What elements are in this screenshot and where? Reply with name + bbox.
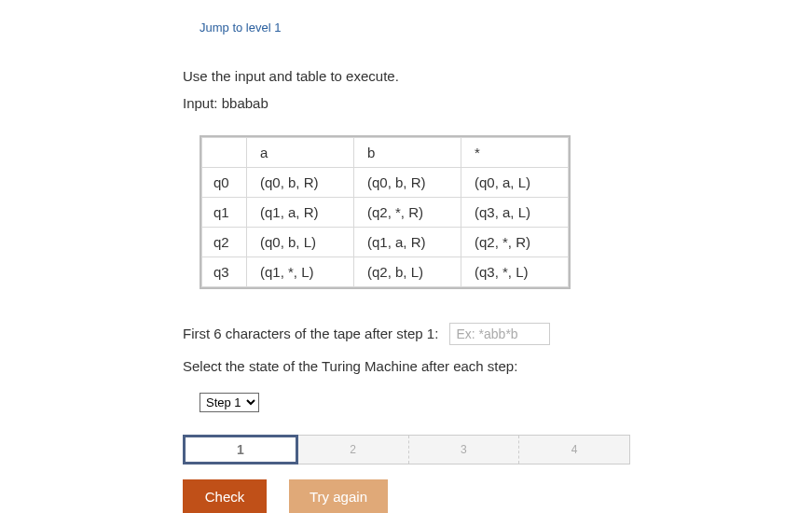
tape-prompt-label: First 6 characters of the tape after ste… — [183, 326, 438, 341]
table-cell: (q3, *, L) — [461, 257, 569, 287]
tape-input[interactable] — [449, 323, 550, 345]
row-label: q1 — [202, 198, 247, 228]
table-header-a: a — [247, 138, 354, 168]
table-cell: (q0, a, L) — [461, 168, 569, 198]
step-cell-2[interactable]: 2 — [298, 436, 409, 464]
table-cell: (q0, b, R) — [247, 168, 354, 198]
input-text: Input: bbabab — [183, 95, 784, 111]
row-label: q0 — [202, 168, 247, 198]
table-row: q1 (q1, a, R) (q2, *, R) (q3, a, L) — [202, 198, 569, 228]
jump-to-level-link[interactable]: Jump to level 1 — [200, 21, 281, 35]
table-cell: (q0, b, L) — [247, 228, 354, 257]
table-cell: (q2, *, R) — [461, 228, 569, 257]
table-cell: (q0, b, R) — [354, 168, 461, 198]
step-select[interactable]: Step 1 — [200, 393, 259, 412]
row-label: q2 — [202, 228, 247, 257]
step-cell-3[interactable]: 3 — [409, 436, 520, 464]
step-cell-4[interactable]: 4 — [519, 436, 629, 464]
table-cell: (q1, a, R) — [247, 198, 354, 228]
instruction-text: Use the input and table to execute. — [183, 68, 784, 84]
table-cell: (q1, *, L) — [247, 257, 354, 287]
table-cell: (q1, a, R) — [354, 228, 461, 257]
steps-bar: 1 2 3 4 — [183, 435, 630, 464]
table-cell: (q3, a, L) — [461, 198, 569, 228]
try-again-button[interactable]: Try again — [289, 479, 388, 513]
table-header-row: a b * — [202, 138, 569, 168]
check-button[interactable]: Check — [183, 479, 267, 513]
table-header-blank — [202, 138, 247, 168]
state-prompt-label: Select the state of the Turing Machine a… — [183, 358, 517, 374]
table-header-b: b — [354, 138, 461, 168]
table-cell: (q2, b, L) — [354, 257, 461, 287]
table-row: q0 (q0, b, R) (q0, b, R) (q0, a, L) — [202, 168, 569, 198]
table-cell: (q2, *, R) — [354, 198, 461, 228]
row-label: q3 — [202, 257, 247, 287]
transition-table: a b * q0 (q0, b, R) (q0, b, R) (q0, a, L… — [200, 135, 571, 289]
step-cell-1[interactable]: 1 — [183, 435, 298, 464]
table-row: q3 (q1, *, L) (q2, b, L) (q3, *, L) — [202, 257, 569, 287]
table-row: q2 (q0, b, L) (q1, a, R) (q2, *, R) — [202, 228, 569, 257]
table-header-star: * — [461, 138, 569, 168]
